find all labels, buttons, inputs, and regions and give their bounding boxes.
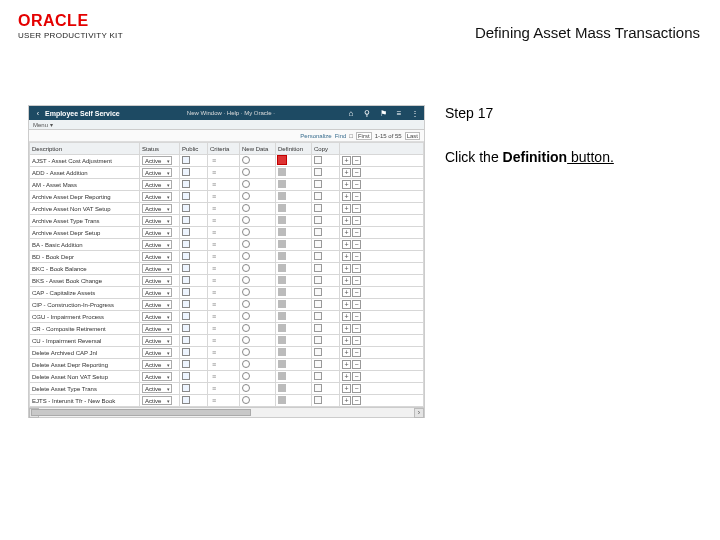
- definition-button[interactable]: [278, 204, 286, 212]
- public-checkbox-icon[interactable]: [182, 348, 190, 356]
- menu-dropdown[interactable]: Menu ▾: [33, 121, 53, 128]
- criteria-icon[interactable]: ≡: [210, 385, 218, 393]
- menu-icon[interactable]: ≡: [394, 109, 404, 118]
- criteria-icon[interactable]: ≡: [210, 301, 218, 309]
- status-select[interactable]: Active: [142, 324, 172, 333]
- cell-status[interactable]: Active: [140, 275, 180, 287]
- find-link[interactable]: Find: [335, 133, 347, 139]
- cell-description[interactable]: AJST - Asset Cost Adjustment: [30, 155, 140, 167]
- cell-criteria[interactable]: ≡: [208, 227, 240, 239]
- cell-definition[interactable]: [276, 287, 312, 299]
- public-checkbox-icon[interactable]: [182, 204, 190, 212]
- cell-criteria[interactable]: ≡: [208, 359, 240, 371]
- cell-public[interactable]: [180, 299, 208, 311]
- remove-row-button[interactable]: −: [352, 276, 361, 285]
- cell-status[interactable]: Active: [140, 299, 180, 311]
- add-row-button[interactable]: +: [342, 384, 351, 393]
- definition-button[interactable]: [278, 384, 286, 392]
- status-select[interactable]: Active: [142, 372, 172, 381]
- cell-status[interactable]: Active: [140, 155, 180, 167]
- cell-public[interactable]: [180, 239, 208, 251]
- cell-description[interactable]: Delete Asset Type Trans: [30, 383, 140, 395]
- cell-description[interactable]: Archive Asset Depr Reporting: [30, 191, 140, 203]
- cell-copy[interactable]: [312, 395, 340, 407]
- new-data-icon[interactable]: [242, 360, 250, 368]
- copy-icon[interactable]: [314, 168, 322, 176]
- new-data-icon[interactable]: [242, 168, 250, 176]
- add-row-button[interactable]: +: [342, 204, 351, 213]
- public-checkbox-icon[interactable]: [182, 276, 190, 284]
- new-data-icon[interactable]: [242, 336, 250, 344]
- cell-definition[interactable]: [276, 359, 312, 371]
- cell-newdata[interactable]: [240, 287, 276, 299]
- definition-button[interactable]: [278, 372, 286, 380]
- cell-definition[interactable]: [276, 251, 312, 263]
- cell-criteria[interactable]: ≡: [208, 239, 240, 251]
- cell-criteria[interactable]: ≡: [208, 275, 240, 287]
- cell-criteria[interactable]: ≡: [208, 371, 240, 383]
- remove-row-button[interactable]: −: [352, 216, 361, 225]
- copy-icon[interactable]: [314, 336, 322, 344]
- criteria-icon[interactable]: ≡: [210, 169, 218, 177]
- remove-row-button[interactable]: −: [352, 240, 361, 249]
- public-checkbox-icon[interactable]: [182, 312, 190, 320]
- cell-copy[interactable]: [312, 347, 340, 359]
- criteria-icon[interactable]: ≡: [210, 193, 218, 201]
- definition-button[interactable]: [278, 240, 286, 248]
- cell-status[interactable]: Active: [140, 323, 180, 335]
- cell-criteria[interactable]: ≡: [208, 395, 240, 407]
- cell-status[interactable]: Active: [140, 179, 180, 191]
- cell-newdata[interactable]: [240, 167, 276, 179]
- cell-criteria[interactable]: ≡: [208, 299, 240, 311]
- remove-row-button[interactable]: −: [352, 192, 361, 201]
- public-checkbox-icon[interactable]: [182, 252, 190, 260]
- remove-row-button[interactable]: −: [352, 264, 361, 273]
- criteria-icon[interactable]: ≡: [210, 229, 218, 237]
- cell-description[interactable]: CGU - Impairment Process: [30, 311, 140, 323]
- public-checkbox-icon[interactable]: [182, 288, 190, 296]
- cell-newdata[interactable]: [240, 155, 276, 167]
- cell-status[interactable]: Active: [140, 359, 180, 371]
- cell-newdata[interactable]: [240, 383, 276, 395]
- cell-public[interactable]: [180, 311, 208, 323]
- cell-public[interactable]: [180, 167, 208, 179]
- new-data-icon[interactable]: [242, 384, 250, 392]
- cell-description[interactable]: BA - Basic Addition: [30, 239, 140, 251]
- cell-definition[interactable]: [276, 191, 312, 203]
- cell-newdata[interactable]: [240, 275, 276, 287]
- status-select[interactable]: Active: [142, 192, 172, 201]
- definition-button[interactable]: [278, 288, 286, 296]
- status-select[interactable]: Active: [142, 360, 172, 369]
- cell-public[interactable]: [180, 155, 208, 167]
- cell-status[interactable]: Active: [140, 383, 180, 395]
- add-row-button[interactable]: +: [342, 300, 351, 309]
- cell-definition[interactable]: [276, 239, 312, 251]
- status-select[interactable]: Active: [142, 252, 172, 261]
- cell-status[interactable]: Active: [140, 203, 180, 215]
- cell-description[interactable]: CIP - Construction-In-Progress: [30, 299, 140, 311]
- remove-row-button[interactable]: −: [352, 348, 361, 357]
- status-select[interactable]: Active: [142, 180, 172, 189]
- add-row-button[interactable]: +: [342, 312, 351, 321]
- new-data-icon[interactable]: [242, 204, 250, 212]
- cell-criteria[interactable]: ≡: [208, 323, 240, 335]
- copy-icon[interactable]: [314, 324, 322, 332]
- cell-newdata[interactable]: [240, 395, 276, 407]
- definition-button[interactable]: [278, 252, 286, 260]
- cell-definition[interactable]: [276, 371, 312, 383]
- cell-definition[interactable]: [276, 215, 312, 227]
- criteria-icon[interactable]: ≡: [210, 397, 218, 405]
- add-row-button[interactable]: +: [342, 324, 351, 333]
- cell-copy[interactable]: [312, 299, 340, 311]
- new-data-icon[interactable]: [242, 252, 250, 260]
- definition-button[interactable]: [278, 156, 286, 164]
- cell-definition[interactable]: [276, 395, 312, 407]
- cell-public[interactable]: [180, 191, 208, 203]
- cell-description[interactable]: CAP - Capitalize Assets: [30, 287, 140, 299]
- cell-status[interactable]: Active: [140, 251, 180, 263]
- add-row-button[interactable]: +: [342, 240, 351, 249]
- status-select[interactable]: Active: [142, 156, 172, 165]
- add-row-button[interactable]: +: [342, 228, 351, 237]
- cell-definition[interactable]: [276, 323, 312, 335]
- new-data-icon[interactable]: [242, 276, 250, 284]
